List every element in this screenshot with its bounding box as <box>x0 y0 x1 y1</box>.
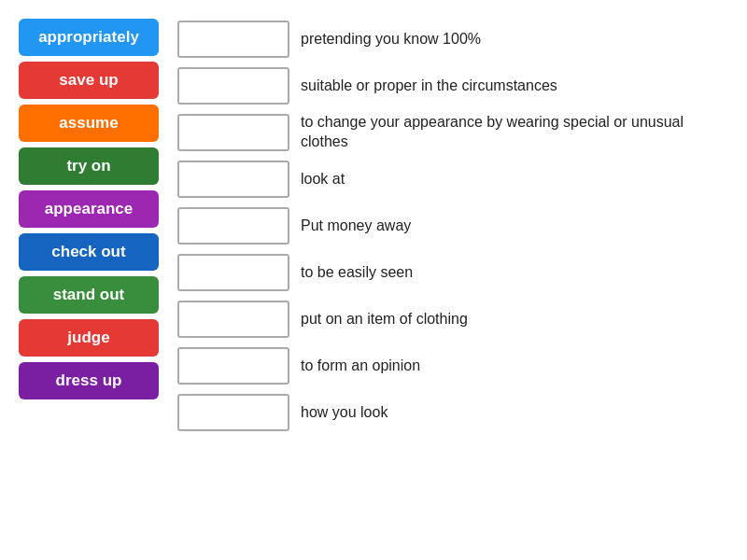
definition-text-3: to change your appearance by wearing spe… <box>301 113 728 152</box>
words-column: appropriatelysave upassumetry onappearan… <box>19 19 159 399</box>
match-row-6: to be easily seen <box>177 252 728 293</box>
word-btn-assume[interactable]: assume <box>19 105 159 142</box>
match-row-1: pretending you know 100% <box>177 19 728 60</box>
match-box-8[interactable] <box>177 347 289 385</box>
definition-text-5: Put money away <box>301 217 411 236</box>
match-box-5[interactable] <box>177 207 289 245</box>
word-btn-dress-up[interactable]: dress up <box>19 362 159 399</box>
definitions-column: pretending you know 100%suitable or prop… <box>177 19 728 433</box>
match-row-8: to form an opinion <box>177 345 728 386</box>
match-box-2[interactable] <box>177 67 289 105</box>
definition-text-2: suitable or proper in the circumstances <box>301 77 557 96</box>
match-row-9: how you look <box>177 392 728 433</box>
word-btn-stand-out[interactable]: stand out <box>19 276 159 314</box>
match-row-7: put on an item of clothing <box>177 299 728 340</box>
word-btn-save-up[interactable]: save up <box>19 62 159 99</box>
word-btn-try-on[interactable]: try on <box>19 147 159 185</box>
definition-text-7: put on an item of clothing <box>301 310 468 329</box>
match-box-7[interactable] <box>177 301 289 338</box>
match-row-3: to change your appearance by wearing spe… <box>177 112 728 153</box>
match-box-4[interactable] <box>177 161 289 198</box>
match-row-2: suitable or proper in the circumstances <box>177 65 728 106</box>
definition-text-1: pretending you know 100% <box>301 30 481 49</box>
word-btn-check-out[interactable]: check out <box>19 233 159 271</box>
definition-text-9: how you look <box>301 403 388 423</box>
word-btn-judge[interactable]: judge <box>19 319 159 357</box>
match-box-1[interactable] <box>177 21 289 58</box>
definition-text-4: look at <box>301 170 345 189</box>
match-row-5: Put money away <box>177 205 728 246</box>
match-row-4: look at <box>177 159 728 200</box>
word-btn-appearance[interactable]: appearance <box>19 190 159 228</box>
match-box-9[interactable] <box>177 394 289 431</box>
definition-text-6: to be easily seen <box>301 263 413 283</box>
match-box-3[interactable] <box>177 114 289 151</box>
definition-text-8: to form an opinion <box>301 357 420 376</box>
main-container: appropriatelysave upassumetry onappearan… <box>19 19 728 433</box>
match-box-6[interactable] <box>177 254 289 291</box>
word-btn-appropriately[interactable]: appropriately <box>19 19 159 56</box>
